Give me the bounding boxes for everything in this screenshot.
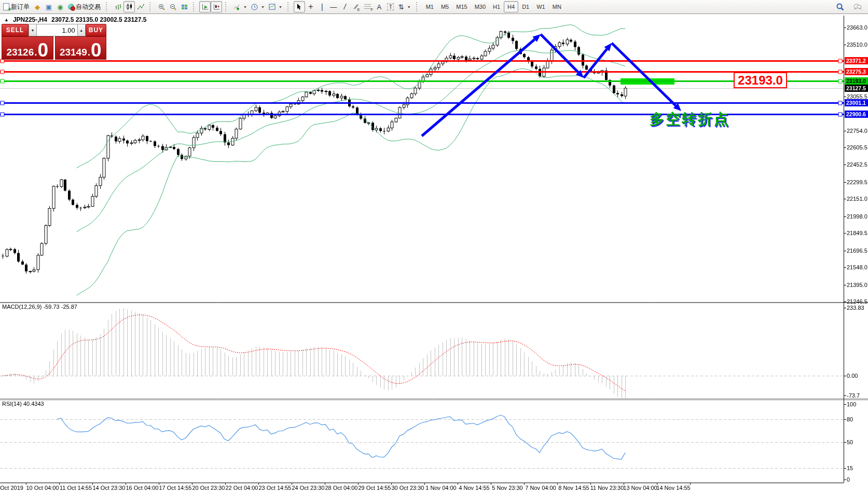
dropdown-caret-icon[interactable]: ▼ <box>279 5 282 9</box>
channel-button[interactable]: ∕∕ <box>351 1 362 12</box>
trade-panel-controls: SELL ▼ ▲ BUY <box>2 24 106 36</box>
label-button[interactable]: T <box>385 1 396 12</box>
vline-icon: | <box>321 3 323 10</box>
cursor-button[interactable] <box>294 1 305 12</box>
auto-trading-button[interactable]: 自动交易 <box>66 1 103 12</box>
fibonacci-button[interactable] <box>362 1 374 12</box>
toolbar-separator <box>149 2 153 11</box>
zoom-in-icon <box>158 4 165 10</box>
sell-price-pips: 0 <box>38 43 49 58</box>
price-axis-tick: 21849.5 <box>847 230 867 236</box>
blue-screen-icon: ▣ <box>46 4 52 10</box>
timeframe-h1[interactable]: H1 <box>489 1 504 12</box>
time-axis-label: 14 Oct 23:30 <box>93 485 126 491</box>
price-line-label: 22900.6 <box>845 111 868 118</box>
volume-decrease-button[interactable]: ▼ <box>29 24 37 36</box>
vertical-line-button[interactable]: | <box>316 1 328 12</box>
trendline-button[interactable]: / <box>339 1 351 12</box>
down-arrow-icon: ▼ <box>31 29 35 32</box>
sell-price[interactable]: 23126.0 <box>2 36 53 60</box>
price-axis-tick: 22299.5 <box>847 179 867 185</box>
timeframe-m15[interactable]: M15 <box>452 1 471 12</box>
buy-price[interactable]: 23149.0 <box>55 36 107 60</box>
tile-windows-button[interactable] <box>178 1 190 12</box>
volume-input[interactable] <box>37 24 77 36</box>
new-order-button-label: 新订单 <box>11 3 30 11</box>
community-button[interactable] <box>851 1 864 12</box>
horizontal-line-button[interactable]: — <box>328 1 339 12</box>
candlestick-chart-button[interactable] <box>123 1 135 12</box>
chart-ohlc: 23072.5 23135.0 23002.5 23127.5 <box>51 16 147 23</box>
tiles-icon <box>181 4 188 10</box>
time-axis-label: 4 Nov 14:55 <box>459 485 489 491</box>
textA-icon: A <box>377 4 381 10</box>
clock-icon <box>251 4 258 10</box>
price-axis-tick: 23510.0 <box>847 42 867 48</box>
chart-shift-button[interactable] <box>211 1 222 12</box>
magnifier-icon <box>836 3 844 11</box>
time-axis-label: 13 Nov 04:00 <box>623 485 657 491</box>
dropdown-caret-icon[interactable]: ▼ <box>407 5 411 9</box>
volume-increase-button[interactable]: ▲ <box>77 24 86 36</box>
timeframe-m15-label: M15 <box>456 4 467 10</box>
timeframe-h1-label: H1 <box>493 4 500 10</box>
arrows-button[interactable]: ⇅▼ <box>396 1 413 12</box>
data-window-button[interactable]: ▣ <box>43 1 54 12</box>
toolbar-separator <box>225 2 228 11</box>
zoom-out-button[interactable] <box>167 1 178 12</box>
price-line-label: 23371.2 <box>845 57 868 64</box>
timeframe-mn[interactable]: MN <box>549 1 565 12</box>
macd-axis-tick: 233.83 <box>847 305 864 311</box>
timeframe-h4[interactable]: H4 <box>504 1 518 12</box>
doc-plus-icon <box>3 3 9 10</box>
price-annotation-box[interactable]: 23193.0 <box>734 72 787 88</box>
toolbar: 新订单◆▣◉自动交易▼▼▼+|—/∕∕AT⇅▼M1M5M15M30H1H4D1W… <box>0 0 868 14</box>
text-button[interactable]: A <box>374 1 385 12</box>
market-watch-button[interactable]: ◆ <box>32 1 43 12</box>
timeframe-w1[interactable]: W1 <box>533 1 549 12</box>
dropdown-caret-icon[interactable]: ▼ <box>261 5 265 9</box>
sell-price-main: 23126 <box>6 47 34 58</box>
toolbar-group: ▼▼▼ <box>230 0 285 13</box>
timeframe-m5[interactable]: M5 <box>437 1 452 12</box>
templates-button[interactable]: ▼ <box>267 1 284 12</box>
time-axis-label: 11 Nov 23:30 <box>590 485 624 491</box>
timeframe-d1[interactable]: D1 <box>518 1 533 12</box>
macd-axis-tick: 0.00 <box>847 373 858 379</box>
bar-chart-button[interactable] <box>112 1 123 12</box>
timeframe-m30-label: M30 <box>475 4 486 10</box>
search-button[interactable] <box>834 1 846 12</box>
crosshair-icon: + <box>308 4 313 10</box>
signals-button[interactable]: ◉ <box>54 1 66 12</box>
auto-scroll-button[interactable] <box>199 1 211 12</box>
chart-shift-icon <box>213 4 220 10</box>
zoom-out-icon <box>170 4 176 10</box>
window-menu-icon[interactable]: ▲ <box>4 17 9 22</box>
time-axis-label: 28 Oct 04:00 <box>325 485 358 491</box>
dropdown-caret-icon[interactable]: ▼ <box>243 5 247 9</box>
rsi-label: RSI(14) 40.4343 <box>2 401 44 407</box>
price-axis-tick: 21246.5 <box>847 298 867 305</box>
sell-button[interactable]: SELL <box>2 24 29 36</box>
price-axis-tick: 22605.5 <box>847 144 867 150</box>
time-axis-label: 11 Oct 14:55 <box>60 485 92 491</box>
timeframe-mn-label: MN <box>553 4 561 10</box>
text-annotation[interactable]: 多空转折点 <box>650 109 730 129</box>
green-signal-icon: ◉ <box>57 4 63 10</box>
template-icon <box>269 4 275 10</box>
timeframe-m1[interactable]: M1 <box>422 1 437 12</box>
rsi-axis-tick: 15 <box>847 465 853 471</box>
fibo-icon <box>364 4 371 10</box>
buy-button[interactable]: BUY <box>86 24 106 36</box>
timeframe-m30[interactable]: M30 <box>471 1 489 12</box>
line-chart-button[interactable] <box>135 1 146 12</box>
indicators-button[interactable]: ▼ <box>231 1 249 12</box>
crosshair-button[interactable]: + <box>305 1 316 12</box>
one-click-trading-panel: SELL ▼ ▲ BUY 23126.0 23149.0 <box>2 24 106 60</box>
zoom-in-button[interactable] <box>156 1 167 12</box>
macd-axis-tick: -73.7 <box>847 392 860 399</box>
toolbar-separator <box>193 2 196 11</box>
new-order-button[interactable]: 新订单 <box>1 1 32 12</box>
price-axis-tick: 21548.0 <box>847 264 867 270</box>
periods-button[interactable]: ▼ <box>249 1 267 12</box>
